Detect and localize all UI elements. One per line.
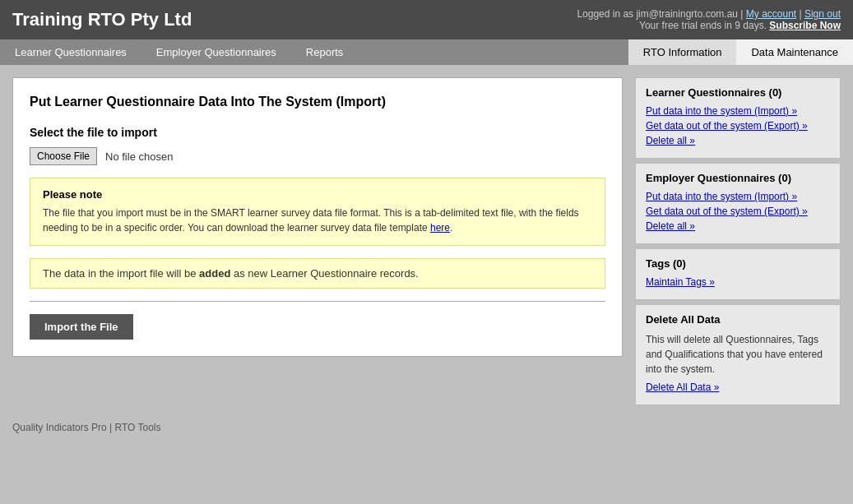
nav-left: Learner Questionnaires Employer Question… — [0, 39, 358, 65]
sidebar-delete-all-link[interactable]: Delete All Data » — [646, 381, 830, 393]
page-title: Put Learner Questionnaire Data Into The … — [30, 95, 605, 109]
sidebar-learner-title: Learner Questionnaires (0) — [646, 86, 830, 99]
note-text-content: The file that you import must be in the … — [43, 207, 579, 234]
nav-employer-questionnaires[interactable]: Employer Questionnaires — [141, 39, 291, 65]
nav-right: RTO Information Data Maintenance — [628, 39, 853, 65]
sidebar-learner-import-link[interactable]: Put data into the system (Import) » — [646, 105, 830, 117]
note-box: Please note The file that you import mus… — [30, 178, 605, 246]
main-content: Put Learner Questionnaire Data Into The … — [12, 77, 623, 357]
sidebar-delete-description: This will delete all Questionnaires, Tag… — [646, 332, 830, 377]
footer-text: Quality Indicators Pro | RTO Tools — [12, 422, 161, 433]
sidebar: Learner Questionnaires (0) Put data into… — [635, 77, 841, 405]
header: Training RTO Pty Ltd Logged in as jim@tr… — [0, 0, 853, 39]
sidebar-employer-title: Employer Questionnaires (0) — [646, 172, 830, 184]
info-prefix: The data in the import file will be — [43, 267, 196, 280]
info-box: The data in the import file will be adde… — [30, 258, 605, 289]
trial-text: Your free trial ends in 9 days. — [639, 20, 767, 31]
my-account-link[interactable]: My account — [746, 8, 796, 20]
sidebar-employer-questionnaires: Employer Questionnaires (0) Put data int… — [635, 163, 841, 244]
footer: Quality Indicators Pro | RTO Tools — [0, 418, 853, 437]
logged-in-text: Logged in as jim@trainingrto.com.au | — [577, 8, 743, 20]
navigation: Learner Questionnaires Employer Question… — [0, 39, 853, 65]
sidebar-delete-title: Delete All Data — [646, 313, 830, 326]
sidebar-learner-delete-link[interactable]: Delete all » — [646, 135, 830, 146]
file-input-row: Choose File No file chosen — [30, 147, 605, 165]
info-bold: added — [199, 267, 230, 280]
divider — [30, 301, 605, 302]
sidebar-learner-export-link[interactable]: Get data out of the system (Export) » — [646, 120, 830, 132]
sidebar-learner-questionnaires: Learner Questionnaires (0) Put data into… — [635, 77, 841, 159]
info-suffix: as new Learner Questionnaire records. — [234, 267, 419, 280]
note-title: Please note — [43, 188, 592, 201]
sidebar-employer-delete-link[interactable]: Delete all » — [646, 220, 830, 232]
sidebar-tags: Tags (0) Maintain Tags » — [635, 248, 841, 300]
nav-data-maintenance[interactable]: Data Maintenance — [736, 39, 853, 65]
sidebar-maintain-tags-link[interactable]: Maintain Tags » — [646, 276, 830, 288]
sign-out-link[interactable]: Sign out — [804, 8, 841, 20]
nav-reports[interactable]: Reports — [291, 39, 359, 65]
no-file-text: No file chosen — [105, 150, 173, 163]
import-file-button[interactable]: Import the File — [30, 314, 133, 340]
sidebar-tags-title: Tags (0) — [646, 257, 830, 270]
sidebar-employer-export-link[interactable]: Get data out of the system (Export) » — [646, 206, 830, 217]
nav-rto-information[interactable]: RTO Information — [628, 39, 737, 65]
content-wrapper: Put Learner Questionnaire Data Into The … — [0, 65, 853, 418]
sidebar-delete-all-data: Delete All Data This will delete all Que… — [635, 304, 841, 405]
select-label: Select the file to import — [30, 126, 605, 139]
choose-file-button[interactable]: Choose File — [30, 147, 97, 165]
note-here-link[interactable]: here — [430, 222, 450, 234]
nav-learner-questionnaires[interactable]: Learner Questionnaires — [0, 39, 141, 65]
note-end: . — [450, 222, 452, 234]
site-title: Training RTO Pty Ltd — [12, 9, 192, 30]
sidebar-employer-import-link[interactable]: Put data into the system (Import) » — [646, 191, 830, 202]
subscribe-link[interactable]: Subscribe Now — [769, 20, 841, 31]
header-right: Logged in as jim@trainingrto.com.au | My… — [577, 8, 841, 31]
note-text: The file that you import must be in the … — [43, 206, 592, 235]
